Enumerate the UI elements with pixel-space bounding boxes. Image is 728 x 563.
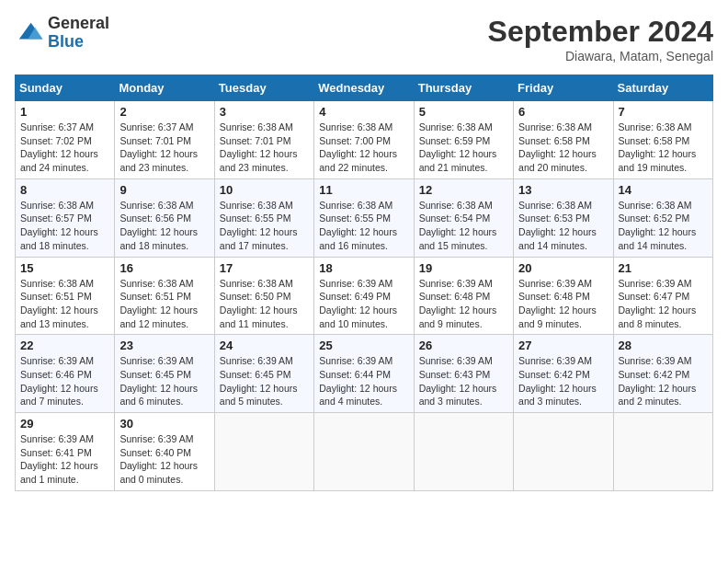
calendar-cell: 15 Sunrise: 6:38 AMSunset: 6:51 PMDaylig… (16, 257, 115, 335)
day-info: Sunrise: 6:39 AMSunset: 6:45 PMDaylight:… (119, 355, 198, 407)
calendar-week-3: 15 Sunrise: 6:38 AMSunset: 6:51 PMDaylig… (16, 257, 713, 335)
col-tuesday: Tuesday (214, 75, 313, 101)
calendar-week-2: 8 Sunrise: 6:38 AMSunset: 6:57 PMDayligh… (16, 178, 713, 257)
col-wednesday: Wednesday (314, 75, 414, 101)
day-info: Sunrise: 6:39 AMSunset: 6:40 PMDaylight:… (119, 433, 198, 485)
day-number: 11 (319, 183, 408, 197)
day-number: 4 (319, 105, 408, 119)
day-info: Sunrise: 6:39 AMSunset: 6:41 PMDaylight:… (20, 433, 98, 485)
calendar-cell: 29 Sunrise: 6:39 AMSunset: 6:41 PMDaylig… (16, 413, 115, 491)
calendar-table: Sunday Monday Tuesday Wednesday Thursday… (15, 75, 713, 491)
day-info: Sunrise: 6:37 AMSunset: 7:01 PMDaylight:… (119, 121, 198, 173)
day-number: 23 (119, 339, 209, 352)
calendar-cell: 13 Sunrise: 6:38 AMSunset: 6:53 PMDaylig… (514, 178, 613, 257)
col-sunday: Sunday (16, 75, 115, 101)
day-number: 25 (319, 339, 408, 352)
calendar-cell: 16 Sunrise: 6:38 AMSunset: 6:51 PMDaylig… (115, 257, 214, 335)
day-number: 18 (319, 261, 408, 275)
day-number: 15 (20, 261, 109, 275)
day-number: 9 (119, 183, 209, 197)
month-title: September 2024 (488, 15, 713, 49)
calendar-cell: 10 Sunrise: 6:38 AMSunset: 6:55 PMDaylig… (214, 178, 313, 257)
calendar-cell: 20 Sunrise: 6:39 AMSunset: 6:48 PMDaylig… (514, 257, 613, 335)
day-info: Sunrise: 6:38 AMSunset: 6:52 PMDaylight:… (619, 200, 697, 251)
day-number: 7 (619, 105, 708, 119)
page-header: General Blue September 2024 Diawara, Mat… (15, 15, 713, 63)
calendar-cell: 28 Sunrise: 6:39 AMSunset: 6:42 PMDaylig… (613, 335, 712, 413)
day-number: 19 (419, 261, 508, 275)
col-saturday: Saturday (613, 75, 712, 101)
calendar-cell: 6 Sunrise: 6:38 AMSunset: 6:58 PMDayligh… (514, 101, 613, 179)
logo-icon (15, 18, 44, 48)
day-number: 30 (119, 417, 209, 431)
day-number: 8 (20, 183, 109, 197)
logo-text: General Blue (48, 15, 109, 52)
col-thursday: Thursday (414, 75, 513, 101)
day-info: Sunrise: 6:39 AMSunset: 6:45 PMDaylight:… (220, 355, 298, 407)
calendar-cell: 12 Sunrise: 6:38 AMSunset: 6:54 PMDaylig… (414, 178, 513, 257)
calendar-cell (613, 413, 712, 491)
day-info: Sunrise: 6:38 AMSunset: 6:53 PMDaylight:… (518, 200, 597, 251)
day-number: 22 (20, 339, 109, 352)
calendar-cell (314, 413, 414, 491)
day-info: Sunrise: 6:38 AMSunset: 6:54 PMDaylight:… (419, 200, 497, 251)
calendar-cell: 1 Sunrise: 6:37 AMSunset: 7:02 PMDayligh… (16, 101, 115, 179)
calendar-cell: 4 Sunrise: 6:38 AMSunset: 7:00 PMDayligh… (314, 101, 414, 179)
calendar-cell: 21 Sunrise: 6:39 AMSunset: 6:47 PMDaylig… (613, 257, 712, 335)
col-friday: Friday (514, 75, 613, 101)
day-info: Sunrise: 6:38 AMSunset: 7:01 PMDaylight:… (220, 121, 298, 173)
day-info: Sunrise: 6:39 AMSunset: 6:47 PMDaylight:… (619, 278, 697, 329)
day-info: Sunrise: 6:39 AMSunset: 6:42 PMDaylight:… (518, 355, 597, 407)
day-number: 1 (20, 105, 109, 119)
day-number: 12 (419, 183, 508, 197)
calendar-week-1: 1 Sunrise: 6:37 AMSunset: 7:02 PMDayligh… (16, 101, 713, 179)
calendar-cell: 5 Sunrise: 6:38 AMSunset: 6:59 PMDayligh… (414, 101, 513, 179)
day-info: Sunrise: 6:38 AMSunset: 7:00 PMDaylight:… (319, 121, 397, 173)
calendar-cell: 3 Sunrise: 6:38 AMSunset: 7:01 PMDayligh… (214, 101, 313, 179)
day-number: 20 (518, 261, 608, 275)
day-number: 17 (220, 261, 309, 275)
calendar-cell: 30 Sunrise: 6:39 AMSunset: 6:40 PMDaylig… (115, 413, 214, 491)
day-info: Sunrise: 6:39 AMSunset: 6:48 PMDaylight:… (419, 278, 497, 329)
day-info: Sunrise: 6:39 AMSunset: 6:46 PMDaylight:… (20, 355, 98, 407)
calendar-week-5: 29 Sunrise: 6:39 AMSunset: 6:41 PMDaylig… (16, 413, 713, 491)
logo: General Blue (15, 15, 109, 52)
calendar-cell: 27 Sunrise: 6:39 AMSunset: 6:42 PMDaylig… (514, 335, 613, 413)
day-info: Sunrise: 6:39 AMSunset: 6:48 PMDaylight:… (518, 278, 597, 329)
calendar-cell: 7 Sunrise: 6:38 AMSunset: 6:58 PMDayligh… (613, 101, 712, 179)
day-number: 27 (518, 339, 608, 352)
day-info: Sunrise: 6:38 AMSunset: 6:51 PMDaylight:… (119, 278, 198, 329)
day-info: Sunrise: 6:38 AMSunset: 6:51 PMDaylight:… (20, 278, 98, 329)
day-info: Sunrise: 6:39 AMSunset: 6:43 PMDaylight:… (419, 355, 497, 407)
calendar-cell: 23 Sunrise: 6:39 AMSunset: 6:45 PMDaylig… (115, 335, 214, 413)
day-info: Sunrise: 6:39 AMSunset: 6:44 PMDaylight:… (319, 355, 397, 407)
day-number: 13 (518, 183, 608, 197)
day-number: 2 (119, 105, 209, 119)
calendar-cell: 2 Sunrise: 6:37 AMSunset: 7:01 PMDayligh… (115, 101, 214, 179)
day-info: Sunrise: 6:39 AMSunset: 6:42 PMDaylight:… (619, 355, 697, 407)
calendar-cell: 19 Sunrise: 6:39 AMSunset: 6:48 PMDaylig… (414, 257, 513, 335)
day-number: 29 (20, 417, 109, 431)
calendar-cell: 26 Sunrise: 6:39 AMSunset: 6:43 PMDaylig… (414, 335, 513, 413)
day-number: 3 (220, 105, 309, 119)
day-number: 26 (419, 339, 508, 352)
day-info: Sunrise: 6:38 AMSunset: 6:50 PMDaylight:… (220, 278, 298, 329)
col-monday: Monday (115, 75, 214, 101)
calendar-cell (514, 413, 613, 491)
day-number: 6 (518, 105, 608, 119)
calendar-cell: 8 Sunrise: 6:38 AMSunset: 6:57 PMDayligh… (16, 178, 115, 257)
calendar-cell: 24 Sunrise: 6:39 AMSunset: 6:45 PMDaylig… (214, 335, 313, 413)
calendar-week-4: 22 Sunrise: 6:39 AMSunset: 6:46 PMDaylig… (16, 335, 713, 413)
day-info: Sunrise: 6:37 AMSunset: 7:02 PMDaylight:… (20, 121, 98, 173)
day-info: Sunrise: 6:38 AMSunset: 6:58 PMDaylight:… (518, 121, 597, 173)
calendar-cell: 18 Sunrise: 6:39 AMSunset: 6:49 PMDaylig… (314, 257, 414, 335)
day-number: 10 (220, 183, 309, 197)
day-number: 28 (619, 339, 708, 352)
day-info: Sunrise: 6:38 AMSunset: 6:55 PMDaylight:… (319, 200, 397, 251)
day-info: Sunrise: 6:39 AMSunset: 6:49 PMDaylight:… (319, 278, 397, 329)
day-info: Sunrise: 6:38 AMSunset: 6:57 PMDaylight:… (20, 200, 98, 251)
day-number: 14 (619, 183, 708, 197)
calendar-header-row: Sunday Monday Tuesday Wednesday Thursday… (16, 75, 713, 101)
calendar-cell: 17 Sunrise: 6:38 AMSunset: 6:50 PMDaylig… (214, 257, 313, 335)
day-number: 5 (419, 105, 508, 119)
